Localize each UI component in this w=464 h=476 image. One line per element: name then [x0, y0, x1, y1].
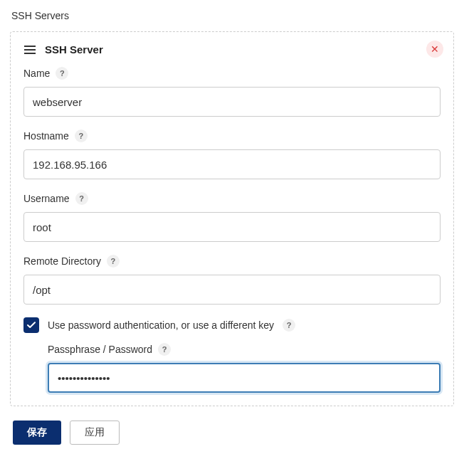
help-icon[interactable]: ?: [158, 343, 171, 356]
help-icon[interactable]: ?: [56, 67, 68, 80]
hostname-label: Hostname: [23, 130, 69, 142]
panel-title: SSH Server: [45, 43, 103, 55]
remote-directory-label: Remote Directory: [23, 255, 101, 267]
check-icon: [27, 322, 36, 329]
svg-rect-0: [24, 46, 36, 47]
name-input[interactable]: [23, 87, 441, 117]
page-title: SSH Servers: [10, 10, 454, 21]
panel-header: SSH Server: [23, 43, 441, 55]
hostname-input[interactable]: [23, 149, 441, 179]
field-remote-directory: Remote Directory ?: [23, 255, 441, 305]
remote-directory-input[interactable]: [23, 275, 441, 305]
footer-buttons: 保存 应用: [10, 421, 454, 445]
use-password-label: Use password authentication, or use a di…: [48, 319, 274, 331]
field-passphrase: Passphrase / Password ?: [48, 343, 441, 393]
use-password-row: Use password authentication, or use a di…: [23, 317, 441, 333]
help-icon[interactable]: ?: [75, 192, 88, 205]
drag-handle-icon[interactable]: [23, 45, 36, 55]
help-icon[interactable]: ?: [283, 319, 295, 332]
ssh-server-panel: SSH Server ✕ Name ? Hostname ? Username …: [10, 31, 454, 406]
passphrase-input[interactable]: [48, 363, 441, 393]
svg-rect-1: [24, 49, 36, 51]
help-icon[interactable]: ?: [75, 129, 88, 142]
close-button[interactable]: ✕: [426, 41, 443, 58]
field-username: Username ?: [23, 192, 441, 242]
field-name: Name ?: [23, 67, 441, 117]
save-button[interactable]: 保存: [13, 421, 61, 445]
field-hostname: Hostname ?: [23, 129, 441, 179]
name-label: Name: [23, 68, 50, 79]
passphrase-label: Passphrase / Password: [48, 344, 152, 355]
close-icon: ✕: [431, 44, 439, 54]
svg-rect-2: [24, 53, 36, 54]
username-input[interactable]: [23, 212, 441, 242]
username-label: Username: [23, 193, 70, 204]
help-icon[interactable]: ?: [107, 255, 120, 268]
use-password-checkbox[interactable]: [23, 317, 39, 333]
apply-button[interactable]: 应用: [70, 421, 120, 445]
